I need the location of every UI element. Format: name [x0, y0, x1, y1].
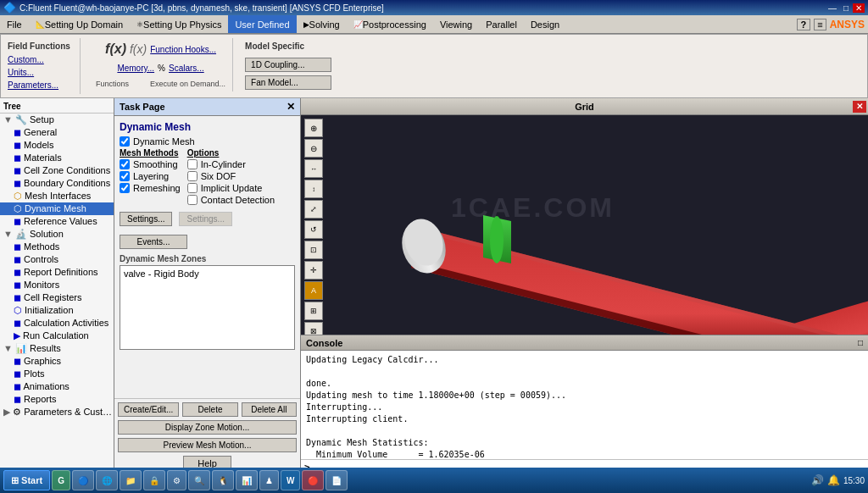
tree-general[interactable]: ◼ General	[0, 126, 114, 139]
taskbar-item-lock[interactable]: 🔒	[143, 470, 165, 490]
vp-grid[interactable]: ⊞	[304, 302, 323, 320]
tree-report-definitions[interactable]: ◼ Report Definitions	[0, 266, 114, 279]
menu-setting-up-physics[interactable]: ⚛ Setting Up Physics	[130, 15, 228, 33]
taskbar-item-chess[interactable]: ♟	[259, 470, 279, 490]
vp-zoom-box[interactable]: ⤢	[304, 200, 323, 219]
taskbar-item-red[interactable]: 🔴	[302, 470, 324, 490]
tree-calculation-activities[interactable]: ◼ Calculation Activities	[0, 317, 114, 330]
function-hooks-button[interactable]: Function Hooks...	[150, 45, 216, 54]
taskbar-item-g[interactable]: G	[52, 470, 70, 490]
menu-solving[interactable]: ▶ Solving	[297, 15, 347, 33]
task-page-close-button[interactable]: ✕	[287, 101, 295, 113]
close-button[interactable]: ✕	[853, 3, 865, 13]
vp-zoom-fit[interactable]: ⊕	[304, 119, 323, 137]
menu-viewing[interactable]: Viewing	[433, 15, 479, 33]
taskbar-item-chart[interactable]: 📊	[236, 470, 258, 490]
methods-label: Methods	[24, 241, 59, 252]
taskbar-item-blue-circle[interactable]: 🔵	[72, 470, 94, 490]
menu-design[interactable]: Design	[524, 15, 566, 33]
delete-button[interactable]: Delete	[182, 402, 237, 417]
fan-model-button[interactable]: Fan Model...	[245, 75, 331, 90]
network-icon[interactable]: 🔊	[811, 474, 824, 486]
tree-mesh-interfaces[interactable]: ⬡ Mesh Interfaces	[0, 190, 114, 202]
create-edit-button[interactable]: Create/Edit...	[118, 402, 179, 417]
tree-cell-zone-conditions[interactable]: ◼ Cell Zone Conditions	[0, 164, 114, 177]
scalars-button[interactable]: Scalars...	[169, 64, 204, 73]
tree-boundary-conditions[interactable]: ◼ Boundary Conditions	[0, 177, 114, 190]
vp-select[interactable]: ⊡	[304, 241, 323, 259]
taskbar-item-folder[interactable]: 📁	[120, 470, 142, 490]
tree-setup[interactable]: ▼ 🔧 Setup	[0, 114, 114, 126]
grid-close-button[interactable]: ✕	[853, 101, 866, 113]
menu-setting-up-domain[interactable]: 📐 Setting Up Domain	[29, 15, 130, 33]
tree-results[interactable]: ▼ 📊 Results	[0, 342, 114, 355]
viewport[interactable]: ⊕ ⊖ ↔ ↕ ⤢ ↺ ⊡ ✛ A ⊞ ⊠	[301, 115, 868, 335]
parameters-button[interactable]: Parameters...	[8, 80, 76, 91]
maximize-button[interactable]: □	[841, 3, 851, 13]
vp-rotate[interactable]: ↺	[304, 220, 323, 239]
menu-postprocessing[interactable]: 📈 Postprocessing	[347, 15, 433, 33]
implicit-update-checkbox[interactable]	[187, 183, 198, 193]
vp-mirror[interactable]: ⊠	[304, 322, 323, 335]
taskbar-item-gear[interactable]: ⚙	[167, 470, 186, 490]
settings-small-icon[interactable]: ≡	[814, 19, 826, 30]
tree-solution[interactable]: ▼ 🔬 Solution	[0, 228, 114, 241]
memory-button[interactable]: Memory...	[117, 64, 154, 73]
tree-materials[interactable]: ◼ Materials	[0, 152, 114, 164]
console-maximize-button[interactable]: □	[858, 338, 863, 347]
taskbar-item-word[interactable]: W	[281, 470, 300, 490]
start-button[interactable]: ⊞ Start	[3, 470, 50, 490]
tree-controls[interactable]: ◼ Controls	[0, 253, 114, 266]
taskbar-item-penguin[interactable]: 🐧	[212, 470, 234, 490]
layering-checkbox[interactable]	[120, 171, 130, 181]
rv-label: Reference Values	[24, 216, 97, 226]
contact-detection-checkbox[interactable]	[187, 195, 198, 205]
menu-user-defined[interactable]: User Defined	[228, 15, 296, 33]
tree-models[interactable]: ◼ Models	[0, 139, 114, 152]
units-button[interactable]: Units...	[8, 67, 76, 78]
minimize-button[interactable]: —	[826, 3, 839, 13]
tree-reference-values[interactable]: ◼ Reference Values	[0, 215, 114, 228]
taskbar-item-search[interactable]: 🔍	[188, 470, 210, 490]
six-dof-checkbox[interactable]	[187, 171, 198, 181]
tree-cell-registers[interactable]: ◼ Cell Registers	[0, 291, 114, 304]
tree-methods[interactable]: ◼ Methods	[0, 241, 114, 253]
tree-dynamic-mesh[interactable]: ⬡ Dynamic Mesh	[0, 202, 114, 215]
settings-btn-1[interactable]: Settings...	[120, 212, 172, 226]
help-icon[interactable]: ?	[797, 19, 811, 30]
taskbar-item-pdf[interactable]: 📄	[326, 470, 348, 490]
delete-all-button[interactable]: Delete All	[242, 402, 297, 417]
vp-annotate[interactable]: A	[304, 281, 323, 300]
vp-pan-h[interactable]: ↔	[304, 159, 323, 178]
vp-pan-v[interactable]: ↕	[304, 180, 323, 198]
menu-file[interactable]: File	[0, 15, 29, 33]
volume-icon[interactable]: 🔔	[827, 474, 840, 486]
tree-animations[interactable]: ◼ Animations	[0, 380, 114, 393]
tree-graphics[interactable]: ◼ Graphics	[0, 355, 114, 368]
smoothing-checkbox[interactable]	[120, 159, 130, 169]
task-page-header: Task Page ✕	[114, 98, 300, 116]
display-zone-motion-button[interactable]: Display Zone Motion...	[118, 420, 297, 435]
dynamic-mesh-checkbox[interactable]	[120, 136, 130, 147]
preview-mesh-motion-button[interactable]: Preview Mesh Motion...	[118, 438, 297, 452]
1d-coupling-button[interactable]: 1D Coupling...	[245, 58, 331, 72]
tree-plots[interactable]: ◼ Plots	[0, 368, 114, 380]
rc-label: Run Calculation	[23, 330, 89, 341]
menu-parallel[interactable]: Parallel	[479, 15, 524, 33]
zone-item-valve[interactable]: valve - Rigid Body	[122, 268, 292, 280]
tree-reports[interactable]: ◼ Reports	[0, 393, 114, 406]
remeshing-checkbox[interactable]	[120, 183, 130, 193]
graphics-label: Graphics	[24, 356, 61, 366]
settings-btn-2[interactable]: Settings...	[179, 212, 231, 226]
tree-initialization[interactable]: ⬡ Initialization	[0, 304, 114, 317]
vp-probe[interactable]: ✛	[304, 261, 323, 280]
tree-run-calculation[interactable]: ▶ Run Calculation	[0, 330, 114, 342]
czc-icon: ◼	[14, 165, 21, 175]
tree-parameters-customization[interactable]: ▶ ⚙ Parameters & Customizat...	[0, 406, 114, 418]
in-cylinder-checkbox[interactable]	[187, 159, 198, 169]
custom-button[interactable]: Custom...	[8, 54, 76, 65]
events-button[interactable]: Events...	[120, 235, 187, 249]
taskbar-item-web[interactable]: 🌐	[96, 470, 118, 490]
vp-zoom-out[interactable]: ⊖	[304, 139, 323, 158]
tree-monitors[interactable]: ◼ Monitors	[0, 279, 114, 291]
